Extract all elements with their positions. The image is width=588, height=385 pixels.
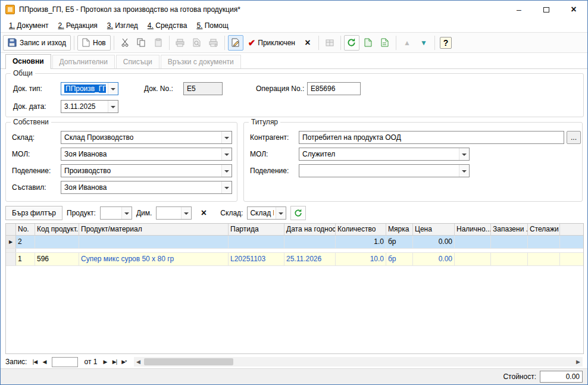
cell-qty[interactable]: 10.0 [336,253,386,265]
scroll-right-icon[interactable]: ▶ [574,357,583,367]
contractor-browse-button[interactable]: ... [567,131,581,144]
column-header-price[interactable]: Цена [413,224,455,235]
last-record-button[interactable]: ▶| [110,357,119,367]
minimize-button[interactable]: – [505,1,533,18]
cell-batch[interactable]: L20251103 [229,253,284,265]
close-button[interactable]: × [560,1,587,18]
clear-filter-button[interactable]: × [196,206,211,220]
cell-extra[interactable] [560,236,583,248]
copy-button[interactable] [134,35,149,51]
scroll-left-icon[interactable]: ◀ [134,357,143,367]
first-record-button[interactable]: |◀ [30,357,39,367]
chevron-down-icon[interactable] [108,83,118,95]
grid-corner-cell[interactable] [6,224,16,235]
own-mol-combo[interactable]: Зоя Иванова [61,148,232,161]
chevron-down-icon[interactable] [121,207,132,219]
column-header-extra[interactable] [560,224,583,235]
menu-document[interactable]: 1. Документ [4,20,54,32]
chevron-down-icon[interactable] [459,165,469,177]
tab-lists[interactable]: Списъци [116,55,159,68]
help-button[interactable]: ? [438,35,453,51]
cell-expiry[interactable]: 25.11.2026 [284,253,336,265]
chevron-down-icon[interactable] [459,148,469,160]
cell-code[interactable] [35,236,79,248]
chevron-down-icon[interactable] [221,165,232,177]
cell-code[interactable]: 596 [35,253,79,265]
contractor-field[interactable]: Потребител на продукта ООД [299,131,564,144]
previous-record-button[interactable]: ◀ [39,357,49,367]
cell-shelves[interactable] [528,236,560,248]
cell-extra[interactable] [560,253,583,265]
doc-type-combo[interactable]: ППроизв_ГП [61,82,118,95]
chevron-down-icon[interactable] [276,207,286,219]
chevron-down-icon[interactable] [221,181,232,193]
operation-no-field[interactable]: Е85696 [307,82,361,95]
chevron-down-icon[interactable] [221,132,232,143]
cell-unit[interactable]: бр [386,236,413,248]
own-warehouse-combo[interactable]: Склад Производство [61,131,232,144]
cell-product[interactable] [79,236,229,248]
cell-expiry[interactable] [284,236,336,248]
own-author-combo[interactable]: Зоя Иванова [61,181,232,194]
save-exit-button[interactable]: Запис и изход [3,35,71,51]
copy-document-button[interactable] [361,35,376,51]
next-record-button[interactable]: ▶ [100,357,110,367]
cancel-complete-button[interactable]: × [300,35,315,51]
column-header-product[interactable]: Продукт/материал [79,224,229,235]
tab-main[interactable]: Основни [5,54,51,69]
menu-help[interactable]: 5. Помощ [192,20,233,32]
filter-dim-combo[interactable] [156,206,192,220]
table-row-selected[interactable]: ▶ 2 1.0 бр 0.00 [6,236,583,249]
column-header-batch[interactable]: Партида [229,224,284,235]
maximize-button[interactable] [533,1,560,18]
move-down-button[interactable]: ▼ [416,35,431,51]
paste-document-button[interactable] [377,35,393,51]
value-total-field[interactable]: 0.00 [540,371,583,383]
quick-filter-button[interactable]: Бърз филтър [5,206,62,220]
print-button[interactable] [173,35,188,51]
cell-available[interactable] [455,253,491,265]
holder-mol-combo[interactable]: Служител [299,148,470,161]
cell-no[interactable]: 2 [16,236,35,248]
chevron-down-icon[interactable] [108,101,118,112]
column-header-shelves[interactable]: Стелажи [528,224,560,235]
column-header-unit[interactable]: Мярка [386,224,413,235]
horizontal-scrollbar[interactable]: ◀ ▶ [134,357,583,367]
menu-edit[interactable]: 2. Редакция [54,20,102,32]
chevron-down-icon[interactable] [221,148,232,160]
holder-division-combo[interactable] [299,164,470,177]
scrollbar-thumb[interactable] [144,358,233,365]
cell-unit[interactable]: бр [386,253,413,265]
column-header-expiry[interactable]: Дата на годност... [284,224,336,235]
tab-document-links[interactable]: Връзки с документи [161,55,241,68]
cell-no[interactable]: 1 [16,253,35,265]
menu-tools[interactable]: 4. Средства [143,20,192,32]
edit-button[interactable] [228,35,243,51]
column-header-available[interactable]: Налично... [455,224,491,235]
record-position-input[interactable] [52,357,78,367]
menu-view[interactable]: 3. Изглед [102,20,143,32]
refresh-button[interactable] [344,35,359,51]
column-header-qty[interactable]: Количество [336,224,386,235]
filter-warehouse-combo[interactable]: Склад Пр [247,206,286,220]
tab-additional[interactable]: Допълнителни [52,55,115,68]
print-preview-button[interactable] [189,35,205,51]
doc-no-field[interactable]: Е5 [183,82,223,95]
cell-reserved[interactable] [491,236,528,248]
table-row[interactable]: 1 596 Супер микс суров 50 х 80 гр L20251… [6,253,583,266]
column-header-reserved[interactable]: Запазени ... [491,224,528,235]
move-up-button[interactable]: ▲ [399,35,415,51]
cell-price[interactable]: 0.00 [413,253,455,265]
column-header-no[interactable]: No. [16,224,35,235]
filter-product-combo[interactable] [100,206,132,220]
doc-date-combo[interactable]: 3.11.2025 [61,100,118,113]
cell-qty[interactable]: 1.0 [336,236,386,248]
column-header-code[interactable]: Код продукт... [35,224,79,235]
cut-button[interactable] [117,35,133,51]
own-division-combo[interactable]: Производство [61,164,232,177]
quick-print-button[interactable] [206,35,221,51]
new-button[interactable]: Нов [77,35,111,51]
cell-available[interactable] [455,236,491,248]
paste-button[interactable] [151,35,166,51]
cell-price[interactable]: 0.00 [413,236,455,248]
